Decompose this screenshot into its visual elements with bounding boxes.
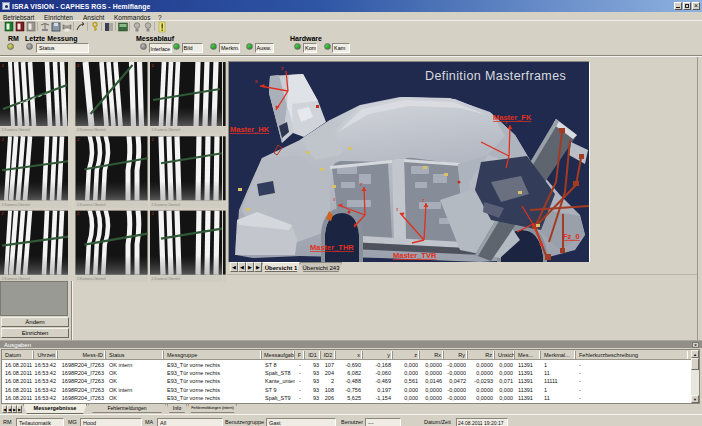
svg-text:2-Kamera Oberteil: 2-Kamera Oberteil — [2, 203, 31, 207]
svg-text:Fz_0: Fz_0 — [563, 232, 580, 241]
svg-text:Definition Masterframes: Definition Masterframes — [425, 69, 566, 83]
svg-text:Master_THR: Master_THR — [310, 243, 354, 252]
svg-text:Master_TVR: Master_TVR — [393, 251, 437, 260]
svg-text:Master_FK: Master_FK — [493, 113, 532, 122]
svg-text:2-Kamera Oberteil: 2-Kamera Oberteil — [152, 203, 181, 207]
svg-text:Master_HK: Master_HK — [230, 125, 270, 134]
svg-text:2-Kamera Oberteil: 2-Kamera Oberteil — [2, 128, 31, 132]
svg-text:2-Kamera Oberteil: 2-Kamera Oberteil — [77, 203, 106, 207]
svg-text:2-Kamera Oberteil: 2-Kamera Oberteil — [152, 128, 181, 132]
svg-text:2-Kamera Oberteil: 2-Kamera Oberteil — [77, 128, 106, 132]
svg-text:2-Kamera Oberteil: 2-Kamera Oberteil — [77, 277, 106, 281]
svg-text:2-Kamera Oberteil: 2-Kamera Oberteil — [152, 277, 181, 281]
